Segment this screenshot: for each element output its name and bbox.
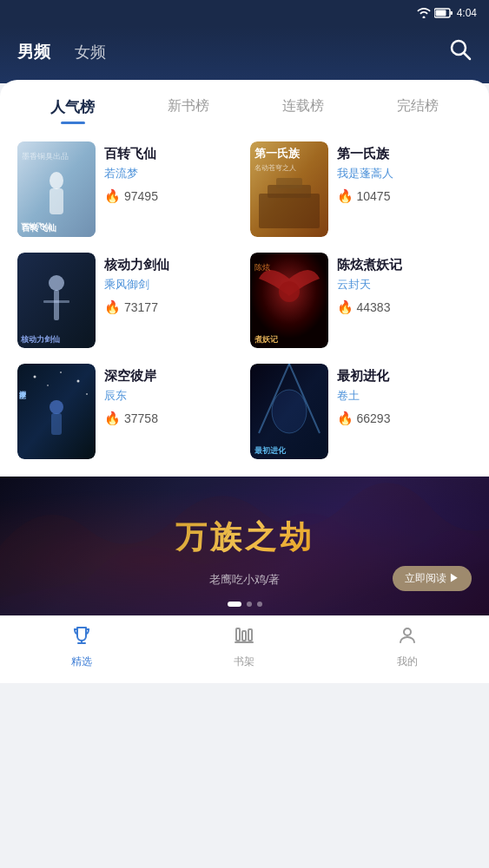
list-item[interactable]: 陈炫 煮妖记 陈炫煮妖记 云封天 🔥 44383 (250, 253, 472, 348)
book-cover-3: 核动力剑仙 (17, 253, 96, 348)
book-author-1: 若流梦 (104, 166, 240, 181)
book-info-2: 第一氏族 我是蓬蒿人 🔥 10475 (337, 141, 472, 204)
svg-rect-18 (54, 290, 59, 320)
cover-art-3: 核动力剑仙 (17, 253, 96, 348)
search-button[interactable] (449, 38, 472, 66)
book-title-1: 百转飞仙 (104, 145, 240, 162)
book-info-5: 深空彼岸 辰东 🔥 37758 (104, 364, 240, 426)
heat-value-4: 44383 (357, 300, 391, 314)
svg-text:最初进化: 最初进化 (254, 445, 287, 455)
book-author-2: 我是蓬蒿人 (337, 166, 472, 181)
heat-value-1: 97495 (124, 189, 158, 203)
svg-text:核动力剑仙: 核动力剑仙 (20, 335, 60, 344)
svg-rect-32 (51, 413, 62, 435)
wifi-icon (417, 8, 431, 18)
svg-text:名动苍穹之人: 名动苍穹之人 (254, 164, 296, 172)
nav-featured-label: 精选 (71, 654, 92, 669)
list-item[interactable]: 核动力剑仙 核动力剑仙 乘风御剑 🔥 73177 (17, 253, 240, 348)
cover-art-2: 第一氏族 名动苍穹之人 (250, 141, 328, 237)
book-title-3: 核动力剑仙 (104, 256, 240, 273)
book-author-6: 卷土 (337, 388, 472, 404)
header-nav: 男频 女频 (17, 41, 106, 63)
svg-text:煮妖记: 煮妖记 (254, 335, 279, 344)
heat-value-6: 66293 (357, 411, 391, 425)
nav-profile-label: 我的 (397, 654, 418, 669)
svg-text:墨香铜臭出品: 墨香铜臭出品 (22, 152, 69, 161)
svg-point-29 (47, 385, 49, 386)
banner[interactable]: 万族之劫 老鹰吃小鸡/著 立即阅读 ▶ (0, 477, 489, 615)
tab-serial[interactable]: 连载榜 (282, 97, 324, 124)
svg-text:第一氏族: 第一氏族 (254, 147, 301, 160)
nav-shelf[interactable]: 书架 (214, 625, 274, 669)
svg-point-30 (86, 393, 88, 395)
dot-3 (257, 602, 262, 607)
book-cover-1: 墨香铜臭出品 百转飞仙 (17, 141, 96, 237)
svg-text:百转飞仙: 百转飞仙 (22, 223, 56, 233)
tab-new[interactable]: 新书榜 (168, 97, 209, 124)
svg-point-37 (272, 390, 307, 433)
book-heat-6: 🔥 66293 (337, 411, 472, 426)
book-title-4: 陈炫煮妖记 (337, 256, 472, 273)
fire-icon-4: 🔥 (337, 299, 354, 315)
banner-read-button[interactable]: 立即阅读 ▶ (393, 566, 472, 591)
svg-point-22 (279, 281, 300, 302)
book-info-6: 最初进化 卷土 🔥 66293 (337, 364, 472, 426)
bottom-nav: 精选 书架 我的 (0, 615, 489, 683)
person-icon (397, 625, 418, 651)
list-item[interactable]: 第一氏族 名动苍穹之人 第一氏族 我是蓬蒿人 🔥 10475 (250, 141, 472, 237)
book-author-5: 辰东 (104, 388, 240, 404)
book-heat-2: 🔥 10475 (337, 188, 472, 204)
book-title-2: 第一氏族 (337, 145, 472, 162)
nav-female[interactable]: 女频 (75, 42, 106, 62)
battery-icon (434, 8, 453, 18)
book-cover-5: 深空彼岸 (17, 364, 96, 459)
book-heat-5: 🔥 37758 (104, 411, 240, 426)
nav-male[interactable]: 男频 (17, 41, 50, 63)
svg-rect-43 (248, 629, 252, 641)
nav-featured[interactable]: 精选 (51, 625, 112, 669)
book-cover-2: 第一氏族 名动苍穹之人 (250, 141, 328, 237)
svg-rect-1 (435, 10, 446, 16)
fire-icon-2: 🔥 (337, 188, 354, 204)
book-author-4: 云封天 (337, 277, 472, 293)
svg-point-45 (404, 628, 411, 635)
list-item[interactable]: 深空彼岸 深空彼岸 辰东 🔥 37758 (17, 364, 240, 459)
book-heat-4: 🔥 44383 (337, 299, 472, 315)
cover-art-6: 最初进化 (250, 364, 328, 459)
banner-author: 老鹰吃小鸡/著 (209, 572, 281, 588)
list-item[interactable]: 最初进化 最初进化 卷土 🔥 66293 (250, 364, 472, 459)
header: 男频 女频 (0, 26, 489, 83)
heat-value-5: 37758 (124, 411, 158, 425)
dot-1 (228, 602, 241, 607)
list-item[interactable]: 墨香铜臭出品 百转飞仙 百转飞仙 若流梦 🔥 97495 (17, 141, 240, 237)
dot-2 (247, 602, 252, 607)
tab-popular[interactable]: 人气榜 (50, 97, 95, 124)
heat-value-3: 73177 (124, 300, 158, 314)
fire-icon-5: 🔥 (104, 411, 121, 426)
book-cover-4: 陈炫 煮妖记 (250, 253, 328, 348)
status-icons: 4:04 (417, 7, 477, 19)
svg-point-26 (34, 376, 36, 378)
svg-text:陈炫: 陈炫 (254, 263, 270, 272)
book-cover-6: 最初进化 (250, 364, 328, 459)
fire-icon-1: 🔥 (104, 188, 121, 204)
banner-dots (228, 602, 262, 607)
tab-finished[interactable]: 完结榜 (397, 97, 439, 124)
status-bar: 4:04 (0, 0, 489, 26)
heat-value-2: 10475 (357, 189, 391, 203)
book-info-4: 陈炫煮妖记 云封天 🔥 44383 (337, 253, 472, 315)
bookshelf-icon (234, 625, 254, 651)
svg-point-28 (77, 380, 80, 383)
main-content: 人气榜 新书榜 连载榜 完结榜 墨香铜臭出品 (0, 80, 489, 615)
book-heat-1: 🔥 97495 (104, 188, 240, 204)
book-title-6: 最初进化 (337, 367, 472, 385)
trophy-icon (71, 625, 92, 651)
svg-rect-42 (242, 631, 246, 641)
cover-art-4: 陈炫 煮妖记 (250, 253, 328, 348)
book-info-3: 核动力剑仙 乘风御剑 🔥 73177 (104, 253, 240, 315)
cover-art-1: 墨香铜臭出品 百转飞仙 (17, 141, 96, 237)
search-icon (449, 38, 472, 61)
nav-profile[interactable]: 我的 (377, 625, 438, 669)
svg-line-4 (464, 53, 470, 59)
nav-shelf-label: 书架 (234, 654, 254, 669)
